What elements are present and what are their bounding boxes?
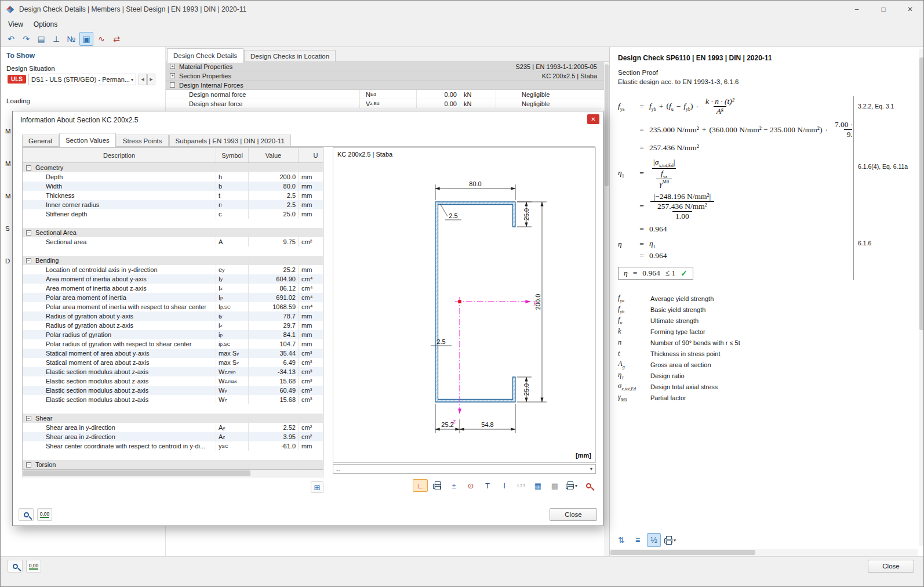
center-vertical-scrollbar[interactable] (604, 62, 609, 556)
table-row[interactable]: Radius of gyration about z-axisiz29.7mm (23, 321, 323, 330)
minimize-button[interactable]: – (843, 1, 870, 18)
formula-vertical-scrollbar[interactable] (919, 49, 924, 546)
collapse-toggle-icon[interactable]: − (26, 258, 31, 263)
tab-stress-points[interactable]: Stress Points (117, 135, 169, 147)
table-row[interactable]: Thicknesst2.5mm (23, 191, 323, 200)
table-row[interactable]: Depthh200.0mm (23, 172, 323, 182)
tab-design-checks-in-location[interactable]: Design Checks in Location (244, 50, 336, 62)
table-row[interactable]: Location of centroidal axis in y-directi… (23, 265, 323, 274)
column-unit[interactable]: U (299, 148, 323, 162)
column-value[interactable]: Value (249, 148, 299, 162)
text-placement-icon[interactable]: T (480, 479, 495, 492)
table-group-row[interactable]: −Torsion (23, 460, 323, 469)
table-row[interactable]: Elastic section modulus about z-axisWz,m… (23, 367, 323, 376)
sort-results-icon[interactable]: ▤ (34, 32, 48, 46)
filter-results-icon[interactable]: ⊥ (49, 32, 63, 46)
previous-situation-button[interactable]: ◀ (139, 74, 147, 85)
show-dimensions-icon[interactable]: ± (446, 479, 461, 492)
table-row[interactable]: Polar area moment of inertia with respec… (23, 302, 323, 311)
table-row[interactable]: Shear center coordinate with respect to … (23, 441, 323, 451)
tab-subpanels[interactable]: Subpanels | EN 1993 | DIN | 2020-11 (169, 135, 291, 147)
table-row[interactable]: Stiffener depthc25.0mm (23, 209, 323, 219)
title-bar: Design Check Details | Members | Steel D… (1, 1, 923, 18)
update-results-icon[interactable]: ⇅ (614, 533, 628, 547)
values-display-icon[interactable]: ½ (647, 533, 661, 547)
dotted-grid-icon[interactable]: ▩ (547, 479, 562, 492)
print-drawing-icon[interactable] (430, 479, 445, 492)
table-row[interactable]: Shear area in y-directionAy2.52cm² (23, 423, 323, 432)
grid-icon[interactable]: ▦ (530, 479, 545, 492)
column-description[interactable]: Description (23, 148, 216, 162)
cutoff-label: S (5, 225, 10, 232)
maximize-button[interactable]: □ (870, 1, 897, 18)
table-row[interactable]: Elastic section modulus about z-axisWy60… (23, 386, 323, 395)
dialog-close-icon[interactable]: ✕ (587, 114, 599, 124)
table-group-row[interactable]: −Sectional Area (23, 228, 323, 237)
table-row[interactable]: Radius of gyration about y-axisiy78.7mm (23, 311, 323, 321)
tree-row-material-properties[interactable]: + Material Properties S235 | EN 1993-1-1… (166, 62, 604, 71)
part-numbering-icon[interactable]: № (64, 32, 78, 46)
column-symbol[interactable]: Symbol (216, 148, 249, 162)
table-group-row[interactable]: −Bending (23, 256, 323, 265)
numbering-icon[interactable]: 1.2.3 (514, 479, 529, 492)
close-window-button[interactable]: ✕ (897, 1, 923, 18)
section-outline-icon[interactable]: I (497, 479, 512, 492)
print-icon[interactable]: ▾ (564, 479, 579, 492)
tree-row-section-properties[interactable]: + Section Properties KC 200x2.5 | Staba (166, 71, 604, 81)
axes-origin-icon[interactable]: ∟ (413, 479, 428, 492)
navigate-check-icon[interactable]: ≡ (631, 533, 645, 547)
expand-toggle-icon[interactable]: + (170, 64, 175, 69)
check-formulas-icon[interactable]: ▣ (79, 32, 93, 46)
print-report-icon[interactable]: ▾ (663, 533, 677, 547)
menu-view[interactable]: View (3, 19, 28, 30)
collapse-toggle-icon[interactable]: − (26, 165, 31, 171)
table-row[interactable]: Polar radius of gyrationip84.1mm (23, 330, 323, 339)
collapse-toggle-icon[interactable]: − (170, 82, 175, 88)
row-design-normal-force[interactable]: Design normal force NEd 0.00 kN Negligib… (166, 90, 604, 99)
row-design-shear-force[interactable]: Design shear force Vz,Ed 0.00 kN Negligi… (166, 99, 604, 108)
table-group-row[interactable]: −Geometry (23, 163, 323, 172)
menu-options[interactable]: Options (28, 19, 63, 30)
table-row[interactable]: Statical moment of area about y-axismax … (23, 349, 323, 358)
table-row[interactable]: Elastic section modulus about z-axisWz,m… (23, 376, 323, 386)
design-check-tree: + Material Properties S235 | EN 1993-1-1… (166, 62, 604, 108)
dialog-close-button[interactable]: Close (550, 508, 597, 521)
color-relations-icon[interactable]: ⇄ (110, 32, 123, 46)
dialog-zoom-tool-icon[interactable] (19, 508, 34, 521)
pin-panel-icon[interactable]: ↶ (4, 32, 18, 46)
table-row[interactable]: Elastic section modulus about z-axisWz15… (23, 395, 323, 404)
zoom-tool-icon[interactable] (8, 560, 23, 572)
tab-design-check-details[interactable]: Design Check Details (167, 48, 243, 63)
design-situation-select[interactable]: DS1 - ULS (STR/GEO) - Perman... ▾ (28, 74, 136, 85)
expand-toggle-icon[interactable]: + (170, 73, 175, 78)
next-situation-button[interactable]: ▶ (147, 74, 155, 85)
formula-horizontal-scrollbar[interactable] (610, 549, 918, 556)
zoom-icon[interactable] (581, 479, 596, 492)
table-row[interactable]: Statical moment of area about z-axismax … (23, 358, 323, 367)
table-row[interactable]: Inner corner radiusri2.5mm (23, 200, 323, 209)
close-button[interactable]: Close (868, 560, 914, 572)
dialog-decimal-places-button[interactable]: 0,00 (37, 508, 52, 521)
drawing-option-select[interactable]: -- ▾ (333, 464, 596, 474)
tab-general[interactable]: General (22, 135, 59, 147)
collapse-toggle-icon[interactable]: − (26, 230, 31, 235)
collapse-toggle-icon[interactable]: − (26, 462, 31, 468)
collapse-toggle-icon[interactable]: − (26, 416, 31, 421)
table-row[interactable]: Shear area in z-directionAz3.95cm² (23, 432, 323, 441)
tree-row-design-internal-forces[interactable]: − Design Internal Forces (166, 81, 604, 90)
table-row[interactable]: Polar area moment of inertiaIp691.02cm⁴ (23, 293, 323, 302)
tab-section-values[interactable]: Section Values (59, 133, 116, 147)
table-horizontal-scrollbar[interactable] (22, 470, 323, 477)
table-row[interactable]: Sectional areaA9.75cm² (23, 237, 323, 247)
table-group-row[interactable]: −Shear (23, 414, 323, 423)
table-row[interactable]: Area moment of inertia about y-axisIy604… (23, 274, 323, 284)
export-table-icon[interactable]: ⊞ (311, 481, 323, 493)
table-row[interactable]: Widthb80.0mm (23, 182, 323, 191)
section-drawing: 80.0 2.5 2.5 25.0 200.0 25.0 25.2 54.8 y… (333, 148, 596, 462)
table-row[interactable]: Area moment of inertia about z-axisIz86.… (23, 284, 323, 293)
decimal-places-button[interactable]: 0,00 (26, 560, 41, 572)
table-row[interactable]: Polar radius of gyration with respect to… (23, 339, 323, 349)
result-diagram-icon[interactable]: ∿ (94, 32, 108, 46)
stress-points-icon[interactable]: ⊙ (463, 479, 478, 492)
float-panel-icon[interactable]: ↷ (19, 32, 33, 46)
